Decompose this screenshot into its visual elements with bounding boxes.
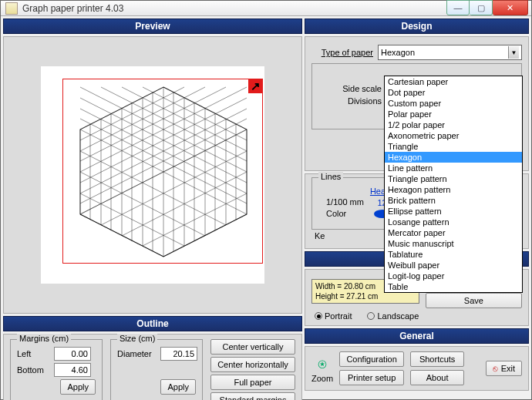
dropdown-item[interactable]: Custom paper (385, 98, 522, 109)
dropdown-item[interactable]: Brick pattern (385, 195, 522, 206)
lines-blank (326, 186, 364, 195)
dropdown-item[interactable]: Table (385, 281, 522, 292)
hexagon-grid (63, 79, 264, 264)
dropdown-item[interactable]: Losange pattern (385, 217, 522, 227)
minimize-button[interactable]: — (446, 0, 470, 15)
paper-boundary: ↗ (62, 79, 263, 264)
margin-left-input[interactable] (54, 347, 91, 361)
svg-line-33 (101, 151, 247, 225)
landscape-radio[interactable]: Landscape (367, 311, 419, 321)
general-header: General (305, 328, 529, 344)
dropdown-item[interactable]: Polar paper (385, 109, 522, 119)
window-title: Graph paper printer 4.03 (22, 3, 446, 14)
size-apply-button[interactable]: Apply (160, 379, 196, 395)
type-of-paper-dropdown[interactable]: Cartesian paperDot paperCustom paperPola… (384, 76, 523, 293)
exit-icon: ⎋ (493, 364, 498, 373)
dropdown-item[interactable]: Hexagon pattern (385, 184, 522, 195)
lines-legend: Lines (318, 172, 343, 181)
preview-header: Preview (3, 18, 302, 34)
dropdown-item[interactable]: Tablature (385, 249, 522, 260)
margins-legend: Margins (cm) (17, 334, 71, 343)
preview-panel: ↗ (3, 36, 302, 314)
svg-line-39 (80, 151, 226, 225)
dropdown-item[interactable]: Triangle (385, 141, 522, 152)
center-horizontally-button[interactable]: Center horizontally (210, 357, 295, 372)
portrait-radio[interactable]: Portrait (315, 311, 352, 321)
chevron-down-icon: ▼ (508, 46, 519, 59)
resize-handle-icon[interactable]: ↗ (248, 79, 262, 93)
maximize-button[interactable]: ▢ (470, 0, 493, 15)
full-paper-button[interactable]: Full paper (210, 375, 295, 390)
dropdown-item[interactable]: Music manuscript (385, 238, 522, 249)
printer-setup-button[interactable]: Printer setup (339, 370, 404, 385)
diameter-input[interactable] (160, 347, 197, 361)
general-panel: ⍟ Zoom Configuration Printer setup Short… (305, 346, 529, 391)
lines-unit-label: 1/100 mm (326, 197, 364, 207)
shortcuts-button[interactable]: Shortcuts (410, 351, 464, 367)
dropdown-item[interactable]: Axonometric paper (385, 130, 522, 141)
divisions-label: Divisions (320, 96, 382, 106)
diameter-label: Diameter (117, 349, 156, 358)
dropdown-item[interactable]: Triangle pattern (385, 173, 522, 184)
size-legend: Size (cm) (117, 334, 157, 343)
dropdown-item[interactable]: Dot paper (385, 87, 522, 98)
side-scale-label: Side scale (320, 84, 382, 93)
configuration-button[interactable]: Configuration (339, 351, 404, 367)
margins-apply-button[interactable]: Apply (60, 379, 96, 395)
lines-color-label: Color (326, 209, 364, 218)
zoom-label: Zoom (311, 374, 333, 383)
svg-line-34 (143, 193, 247, 246)
dropdown-item[interactable]: Weibull paper (385, 260, 522, 271)
ke-label: Ke (315, 231, 325, 240)
titlebar: Graph paper printer 4.03 — ▢ ✕ (1, 1, 531, 16)
center-vertically-button[interactable]: Center vertically (210, 339, 295, 355)
magnifier-icon[interactable]: ⍟ (318, 355, 327, 372)
save-button[interactable]: Save (426, 293, 522, 308)
design-panel: Type of paper Hexagon ▼ Side scale Divis… (305, 36, 529, 171)
dropdown-item[interactable]: Ellipse pattern (385, 206, 522, 217)
type-of-paper-label: Type of paper (311, 48, 373, 57)
about-button[interactable]: About (410, 370, 464, 385)
standard-margins-button[interactable]: Standard margins (210, 392, 295, 400)
type-of-paper-value: Hexagon (381, 48, 415, 57)
dropdown-item[interactable]: 1/2 polar paper (385, 119, 522, 130)
dropdown-item[interactable]: Mercator paper (385, 227, 522, 238)
exit-button[interactable]: ⎋Exit (486, 361, 522, 376)
svg-line-40 (80, 193, 184, 246)
dropdown-item[interactable]: Hexagon (385, 152, 522, 163)
outline-panel: Margins (cm) Left Bottom Apply Size (cm)… (3, 334, 302, 400)
margin-bottom-input[interactable] (54, 363, 91, 377)
outline-header: Outline (3, 316, 302, 331)
type-of-paper-combo[interactable]: Hexagon ▼ (378, 45, 522, 60)
dropdown-item[interactable]: Cartesian paper (385, 76, 522, 87)
close-button[interactable]: ✕ (493, 0, 528, 15)
dropdown-item[interactable]: Line pattern (385, 163, 522, 173)
app-icon (5, 2, 18, 15)
design-header: Design (305, 18, 529, 34)
margin-bottom-label: Bottom (17, 365, 49, 375)
margin-left-label: Left (17, 349, 49, 358)
dropdown-item[interactable]: Logit-log paper (385, 271, 522, 281)
